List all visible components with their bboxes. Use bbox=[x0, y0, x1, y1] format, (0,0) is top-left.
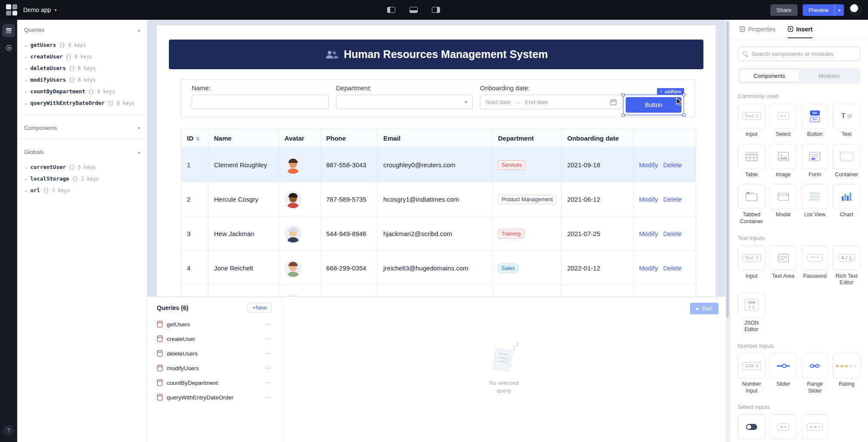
toggle-right-panel-icon[interactable] bbox=[430, 3, 443, 16]
component-card-slider[interactable]: Slider bbox=[770, 353, 797, 394]
tree-item-currentUser[interactable]: ▸currentUser{} 5 keys bbox=[17, 161, 147, 173]
new-query-button[interactable]: +New bbox=[248, 303, 272, 313]
preview-dropdown-icon[interactable]: ▾ bbox=[834, 4, 844, 16]
name-input[interactable] bbox=[192, 95, 329, 109]
tree-item-createUser[interactable]: ▸createUser{} 8 keys bbox=[17, 51, 147, 62]
delete-link[interactable]: Delete bbox=[663, 264, 682, 272]
add-new-button[interactable]: Button bbox=[626, 97, 682, 113]
table-row[interactable]: 1 Clement Roughley 887-558-3043 croughle… bbox=[181, 148, 696, 182]
segment-modules[interactable]: Modules bbox=[800, 69, 859, 82]
query-menu-icon[interactable]: ⋯ bbox=[265, 379, 272, 387]
col-header-phone[interactable]: Phone bbox=[321, 129, 378, 148]
app-logo-icon[interactable] bbox=[6, 4, 17, 15]
col-header-id[interactable]: ID⇅ bbox=[181, 129, 208, 148]
component-card-table[interactable]: Table bbox=[738, 144, 765, 178]
component-card-form[interactable]: Form bbox=[801, 144, 829, 178]
components-section-header[interactable]: Components ▾ bbox=[17, 118, 147, 136]
department-select[interactable]: ▾ bbox=[336, 95, 473, 109]
globals-section-header[interactable]: Globals ▴ bbox=[17, 142, 147, 160]
resize-handle[interactable] bbox=[622, 114, 625, 117]
queries-section-header[interactable]: Queries ▴ bbox=[17, 20, 147, 38]
sort-icon[interactable]: ⇅ bbox=[196, 136, 200, 141]
modify-link[interactable]: Modify bbox=[639, 161, 658, 169]
tree-item-queryWithEntryDateOrder[interactable]: ▸queryWithEntryDateOrder{} 8 keys bbox=[17, 97, 147, 109]
delete-link[interactable]: Delete bbox=[663, 161, 682, 169]
delete-link[interactable]: Delete bbox=[663, 196, 682, 203]
query-item-deleteUsers[interactable]: deleteUsers⋯ bbox=[147, 346, 282, 361]
canvas-scrollbar[interactable] bbox=[725, 20, 730, 442]
query-menu-icon[interactable]: ⋯ bbox=[265, 393, 272, 401]
query-item-countByDepartment[interactable]: countByDepartment⋯ bbox=[147, 375, 282, 390]
col-header-name[interactable]: Name bbox=[208, 129, 279, 148]
component-card-text-area[interactable]: Text Area bbox=[770, 246, 797, 286]
search-input[interactable] bbox=[752, 51, 856, 57]
tree-item-url[interactable]: ▸url{} 3 keys bbox=[17, 184, 147, 196]
component-card-rating[interactable]: ★★★★★Rating bbox=[833, 353, 860, 394]
component-card-dropdown[interactable]: ≡▾ bbox=[770, 414, 797, 439]
tab-insert[interactable]: Insert bbox=[788, 20, 813, 38]
segment-components[interactable]: Components bbox=[739, 69, 800, 82]
query-item-getUsers[interactable]: getUsers⋯ bbox=[147, 317, 282, 332]
scrollbar-thumb[interactable] bbox=[726, 21, 729, 318]
component-card-text[interactable]: TText bbox=[833, 104, 860, 138]
workspace-avatar[interactable] bbox=[849, 3, 862, 16]
resize-handle[interactable] bbox=[682, 114, 685, 117]
query-menu-icon[interactable]: ⋯ bbox=[265, 350, 272, 357]
component-card-rich-text-editor[interactable]: BIURich Text Editor bbox=[833, 246, 860, 286]
app-name-menu[interactable]: Demo app ▾ bbox=[23, 6, 57, 13]
query-item-modifyUsers[interactable]: modifyUsers⋯ bbox=[147, 361, 282, 375]
table-row[interactable]: 2 Hercule Cosgry 787-589-5735 hcosgry1@i… bbox=[181, 182, 696, 217]
resize-handle[interactable] bbox=[622, 93, 625, 96]
tree-item-countByDepartment[interactable]: ▸countByDepartment{} 8 keys bbox=[17, 86, 147, 97]
component-card-list-view[interactable]: List View bbox=[801, 184, 829, 225]
component-card-modal[interactable]: Modal bbox=[770, 184, 797, 225]
cell-department: Product Management bbox=[492, 182, 562, 217]
inspector-icon[interactable] bbox=[2, 24, 15, 37]
component-card-select[interactable]: ≡▾Select bbox=[770, 104, 797, 138]
col-header-department[interactable]: Department bbox=[492, 129, 562, 148]
col-header-onboarding[interactable]: Onboarding date bbox=[562, 129, 633, 148]
modify-link[interactable]: Modify bbox=[639, 196, 658, 203]
resize-handle[interactable] bbox=[682, 93, 685, 96]
query-menu-icon[interactable]: ⋯ bbox=[265, 320, 272, 328]
query-menu-icon[interactable]: ⋯ bbox=[265, 335, 272, 343]
app-canvas[interactable]: Human Resources Management System Name: … bbox=[156, 25, 716, 304]
component-card-chart[interactable]: Chart bbox=[833, 184, 860, 225]
component-card-multiselect[interactable]: ≡≡▾ bbox=[801, 414, 829, 439]
preview-button[interactable]: Preview bbox=[803, 4, 834, 16]
component-card-range-slider[interactable]: Range Slider bbox=[801, 353, 829, 394]
delete-link[interactable]: Delete bbox=[663, 230, 682, 237]
col-header-email[interactable]: Email bbox=[378, 129, 492, 148]
tree-item-localStorage[interactable]: ▸localStorage{} 1 keys bbox=[17, 173, 147, 184]
modify-link[interactable]: Modify bbox=[639, 230, 658, 237]
toggle-query-panel-icon[interactable] bbox=[407, 3, 420, 16]
component-card-tabbed-container[interactable]: Tabbed Container bbox=[738, 184, 765, 225]
modify-link[interactable]: Modify bbox=[639, 264, 658, 272]
component-card-number-input[interactable]: 1234 INumber Input bbox=[738, 353, 765, 394]
help-icon[interactable]: ? bbox=[3, 425, 14, 436]
query-item-queryWithEntryDateOrder[interactable]: queryWithEntryDateOrder⋯ bbox=[147, 390, 282, 405]
component-card-container[interactable]: Container bbox=[833, 144, 860, 178]
tab-properties[interactable]: Properties bbox=[740, 20, 776, 38]
table-row[interactable]: 3 Hew Jackman 544-949-8946 hjackman2@scr… bbox=[181, 217, 696, 251]
col-header-avatar[interactable]: Avatar bbox=[279, 129, 321, 148]
share-button[interactable]: Share bbox=[770, 4, 798, 16]
tree-item-getUsers[interactable]: ▸getUsers{} 8 keys bbox=[17, 39, 147, 51]
component-card-image[interactable]: Image bbox=[770, 144, 797, 178]
selected-widget-outline[interactable]: ⠿ addNew Button bbox=[623, 95, 684, 115]
run-query-button[interactable]: ▶ Run bbox=[690, 303, 718, 314]
component-card-json-editor[interactable]: JSON{ }JSON Editor bbox=[738, 292, 765, 333]
component-card-button[interactable]: BtnBtnButton bbox=[801, 104, 829, 138]
component-card-toggle[interactable] bbox=[738, 414, 765, 439]
debugger-icon[interactable] bbox=[2, 41, 15, 54]
date-range-picker[interactable]: Start date → End date bbox=[480, 95, 622, 109]
tree-item-deleteUsers[interactable]: ▸deleteUsers{} 8 keys bbox=[17, 62, 147, 74]
query-menu-icon[interactable]: ⋯ bbox=[265, 364, 272, 372]
toggle-left-panel-icon[interactable] bbox=[385, 3, 398, 16]
component-card-input[interactable]: Text IInput bbox=[738, 246, 765, 286]
component-card-password[interactable]: ****Password bbox=[801, 246, 829, 286]
table-row[interactable]: 4 Jone Reichelt 668-299-0354 jreichelt3@… bbox=[181, 251, 696, 285]
query-item-createUser[interactable]: createUser⋯ bbox=[147, 332, 282, 346]
component-card-input[interactable]: Text IInput bbox=[738, 104, 765, 138]
tree-item-modifyUsers[interactable]: ▸modifyUsers{} 8 keys bbox=[17, 74, 147, 86]
